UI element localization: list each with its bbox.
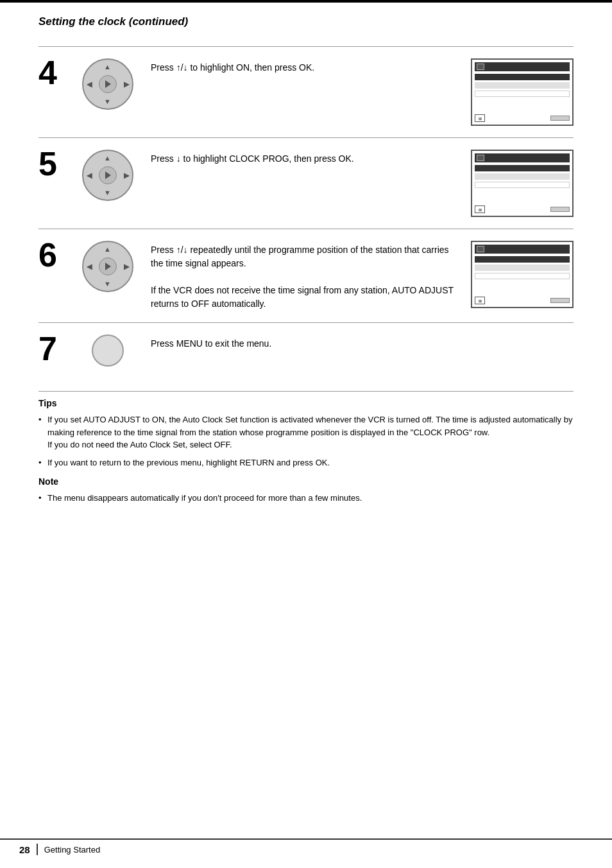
dpad-play-icon-5 xyxy=(105,171,111,179)
note-item-1: The menu disappears automatically if you… xyxy=(38,492,574,505)
tips-item-2: If you want to return to the previous me… xyxy=(38,456,574,469)
tips-title: Tips xyxy=(38,398,574,408)
step-instruction-6a: Press ↑/↓ repeatedly until the programme… xyxy=(151,243,458,270)
dpad-down-arrow: ▼ xyxy=(104,98,111,105)
dpad-icon-6: ▲ ▼ ◀ ▶ xyxy=(82,241,133,292)
page-footer: 28 Getting Started xyxy=(0,838,612,855)
screen-spacer-6 xyxy=(475,281,570,294)
dpad-left-arrow-6: ◀ xyxy=(87,263,92,271)
step-screen-6: ⊞ xyxy=(471,241,574,308)
step-screen-5: ⊞ xyxy=(471,150,574,217)
step-instruction-5: Press ↓ to highlight CLOCK PROG, then pr… xyxy=(151,153,354,164)
screen-row-1 xyxy=(475,82,570,89)
dpad-down-arrow-6: ▼ xyxy=(104,280,111,288)
screen-small-icon-5: ⊞ xyxy=(475,205,485,213)
step-icon-5: ▲ ▼ ◀ ▶ xyxy=(77,150,138,201)
screen-row-2-6 xyxy=(475,273,570,279)
menu-button-icon xyxy=(92,334,124,367)
screen-small-icon: ⊞ xyxy=(475,114,485,122)
step-instruction-6b: If the VCR does not receive the time sig… xyxy=(151,284,458,311)
dpad-up-arrow: ▲ xyxy=(104,63,111,71)
screen-header-icon-6 xyxy=(477,246,484,252)
step-number-7: 7 xyxy=(38,332,64,365)
dpad-play-icon xyxy=(105,80,111,88)
dpad-up-arrow-5: ▲ xyxy=(104,154,111,162)
screen-bottom-row: ⊞ xyxy=(475,114,570,122)
step-number-4: 4 xyxy=(38,56,64,89)
step-number-5: 5 xyxy=(38,147,64,180)
screen-header-6 xyxy=(475,245,570,254)
dpad-play-icon-6 xyxy=(105,263,111,270)
tips-section: Tips If you set AUTO ADJUST to ON, the A… xyxy=(38,391,574,505)
section-title: Setting the clock (continued) xyxy=(38,15,574,33)
step-icon-4: ▲ ▼ ◀ ▶ xyxy=(77,58,138,110)
screen-row-2 xyxy=(475,91,570,97)
tips-list: If you set AUTO ADJUST to ON, the Auto C… xyxy=(38,413,574,469)
screen-bottom-row-6: ⊞ xyxy=(475,297,570,304)
dpad-left-arrow: ◀ xyxy=(87,80,92,89)
screen-header-5 xyxy=(475,153,570,162)
step-instruction-7: Press MENU to exit the menu. xyxy=(151,338,271,349)
dpad-up-arrow-6: ▲ xyxy=(104,245,111,253)
step-screen-4: ⊞ xyxy=(471,58,574,126)
step-icon-6: ▲ ▼ ◀ ▶ xyxy=(77,241,138,292)
screen-row-hl-5 xyxy=(475,165,570,171)
step-row-5: 5 ▲ ▼ ◀ ▶ Press ↓ to highlight CLOCK PRO… xyxy=(38,137,574,229)
dpad-right-arrow-6: ▶ xyxy=(124,263,129,271)
dpad-right-arrow-5: ▶ xyxy=(124,171,129,180)
dpad-icon-5: ▲ ▼ ◀ ▶ xyxy=(82,150,133,201)
screen-row-1-5 xyxy=(475,173,570,180)
screen-mockup-4: ⊞ xyxy=(471,58,574,126)
dpad-down-arrow-5: ▼ xyxy=(104,189,111,196)
step-text-4: Press ↑/↓ to highlight ON, then press OK… xyxy=(151,58,458,74)
screen-small-icon-6: ⊞ xyxy=(475,297,485,304)
screen-tab-6 xyxy=(550,298,570,303)
footer-divider xyxy=(37,844,38,855)
step-text-6: Press ↑/↓ repeatedly until the programme… xyxy=(151,241,458,311)
step-row-6: 6 ▲ ▼ ◀ ▶ Press ↑/↓ repeatedly until the… xyxy=(38,229,574,322)
screen-bottom-row-5: ⊞ xyxy=(475,205,570,213)
dpad-right-arrow: ▶ xyxy=(124,80,129,89)
screen-row-hl-6 xyxy=(475,256,570,263)
step-row-4: 4 ▲ ▼ ◀ ▶ Press ↑/↓ to highlight ON, the… xyxy=(38,46,574,137)
step-number-6: 6 xyxy=(38,238,64,272)
screen-row-2-5 xyxy=(475,182,570,188)
screen-spacer-5 xyxy=(475,190,570,203)
page-container: Setting the clock (continued) 4 ▲ ▼ ◀ ▶ xyxy=(0,0,612,868)
screen-row-1-6 xyxy=(475,265,570,271)
footer-section: Getting Started xyxy=(44,845,100,855)
step-instruction-4: Press ↑/↓ to highlight ON, then press OK… xyxy=(151,62,314,73)
screen-header-icon-4 xyxy=(477,64,484,70)
screen-tab-5 xyxy=(550,207,570,212)
step-text-5: Press ↓ to highlight CLOCK PROG, then pr… xyxy=(151,150,458,166)
main-content: Setting the clock (continued) 4 ▲ ▼ ◀ ▶ xyxy=(0,3,612,523)
screen-header-icon-5 xyxy=(477,155,484,161)
page-number: 28 xyxy=(19,844,30,855)
dpad-icon-4: ▲ ▼ ◀ ▶ xyxy=(82,58,133,110)
step-text-7: Press MENU to exit the menu. xyxy=(151,334,574,351)
note-list: The menu disappears automatically if you… xyxy=(38,492,574,505)
screen-mockup-5: ⊞ xyxy=(471,150,574,217)
screen-tab xyxy=(550,116,570,121)
note-title: Note xyxy=(38,476,574,487)
screen-spacer xyxy=(475,99,570,112)
step-row-7: 7 Press MENU to exit the menu. xyxy=(38,322,574,378)
tips-item-1: If you set AUTO ADJUST to ON, the Auto C… xyxy=(38,413,574,451)
screen-row-highlighted xyxy=(475,74,570,80)
screen-header-4 xyxy=(475,62,570,71)
screen-mockup-6: ⊞ xyxy=(471,241,574,308)
dpad-left-arrow-5: ◀ xyxy=(87,171,92,180)
step-icon-7 xyxy=(77,334,138,367)
